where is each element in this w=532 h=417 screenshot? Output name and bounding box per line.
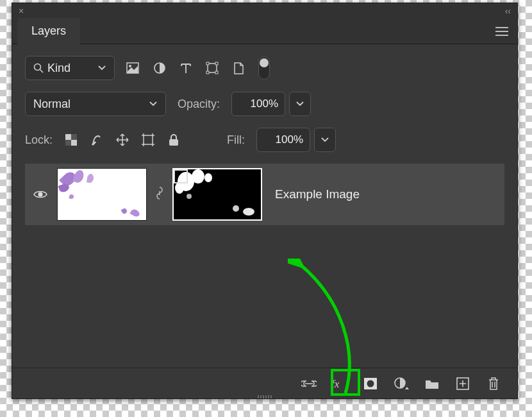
- svg-rect-8: [215, 71, 218, 74]
- mask-link-icon[interactable]: [156, 186, 163, 203]
- svg-point-0: [35, 64, 41, 71]
- resize-grip[interactable]: [252, 395, 278, 399]
- blend-mode-dropdown[interactable]: Normal: [25, 92, 166, 116]
- svg-point-18: [367, 380, 374, 387]
- opacity-label: Opacity:: [178, 98, 220, 111]
- link-layers-icon[interactable]: [301, 375, 317, 392]
- lock-row: Lock: Fill: 100%: [25, 128, 504, 152]
- layer-row[interactable]: Example Image: [25, 164, 504, 225]
- svg-rect-6: [215, 62, 218, 65]
- collapse-icon[interactable]: ‹‹: [505, 6, 511, 16]
- panel-menu-icon[interactable]: [495, 27, 508, 36]
- layer-name[interactable]: Example Image: [275, 187, 360, 201]
- opacity-input[interactable]: 100%: [231, 92, 285, 116]
- filter-icons: [126, 56, 270, 80]
- lock-position-icon[interactable]: [115, 133, 129, 147]
- visibility-icon[interactable]: [33, 189, 48, 200]
- layer-mask-thumbnail[interactable]: [172, 168, 262, 221]
- filter-toggle[interactable]: [258, 56, 270, 80]
- search-icon: [33, 63, 44, 73]
- pixel-filter-icon[interactable]: [126, 62, 139, 74]
- opacity-chevron[interactable]: [289, 92, 311, 116]
- layer-list: Example Image: [25, 164, 504, 225]
- kind-filter-dropdown[interactable]: Kind: [25, 56, 115, 80]
- blend-row: Normal Opacity: 100%: [25, 92, 504, 116]
- type-filter-icon[interactable]: [180, 62, 192, 74]
- tab-row: Layers: [12, 19, 517, 44]
- chevron-down-icon: [149, 101, 158, 107]
- panel-body: Kind Normal Opacity: 100%: [12, 44, 517, 398]
- delete-icon[interactable]: [485, 375, 502, 392]
- shape-filter-icon[interactable]: [206, 62, 219, 74]
- svg-text:fx: fx: [331, 378, 340, 390]
- close-icon[interactable]: ×: [19, 6, 24, 16]
- fill-input[interactable]: 100%: [256, 128, 310, 152]
- fill-chevron[interactable]: [314, 128, 336, 152]
- blend-mode-value: Normal: [33, 98, 71, 111]
- add-mask-icon[interactable]: [362, 375, 379, 392]
- panel-titlebar: × ‹‹: [12, 3, 517, 19]
- smartobject-filter-icon[interactable]: [233, 62, 244, 74]
- svg-point-2: [129, 65, 131, 67]
- chevron-down-icon: [97, 65, 106, 71]
- svg-rect-9: [65, 134, 71, 140]
- svg-rect-14: [169, 139, 178, 146]
- tab-layers[interactable]: Layers: [17, 18, 80, 44]
- group-icon[interactable]: [424, 375, 440, 392]
- lock-transparency-icon[interactable]: [64, 133, 78, 147]
- lock-all-icon[interactable]: [167, 133, 181, 147]
- svg-rect-13: [144, 135, 153, 144]
- kind-label: Kind: [47, 62, 71, 75]
- lock-label: Lock:: [25, 133, 53, 147]
- svg-rect-10: [71, 140, 77, 146]
- adjustment-filter-icon[interactable]: [153, 62, 166, 74]
- svg-rect-5: [206, 62, 209, 65]
- fill-label: Fill:: [227, 133, 245, 147]
- layer-thumbnail[interactable]: [57, 168, 147, 221]
- panel-bottom-bar: fx: [12, 368, 517, 398]
- new-layer-icon[interactable]: [454, 375, 471, 392]
- svg-point-15: [38, 192, 43, 197]
- svg-rect-11: [71, 134, 77, 140]
- adjustment-layer-icon[interactable]: [393, 375, 410, 392]
- layers-panel: × ‹‹ Layers Kind: [12, 3, 518, 399]
- svg-rect-12: [65, 140, 71, 146]
- lock-pixels-icon[interactable]: [90, 133, 104, 147]
- fx-icon[interactable]: fx: [331, 375, 348, 392]
- filter-row: Kind: [25, 56, 504, 80]
- svg-rect-7: [206, 71, 209, 74]
- lock-artboard-icon[interactable]: [141, 133, 155, 147]
